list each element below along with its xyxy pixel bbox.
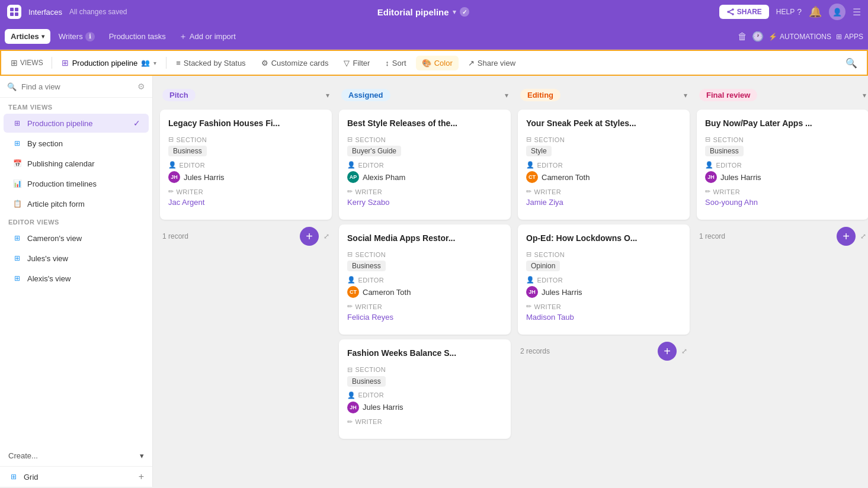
editor-avatar: JH	[705, 171, 717, 183]
view-users-icon: 👥	[141, 59, 150, 67]
automations-label[interactable]: ⚡AUTOMATIONS	[768, 33, 831, 41]
assigned-column-chevron[interactable]: ▾	[505, 91, 508, 99]
title-chevron[interactable]: ▾	[453, 8, 456, 16]
tab-articles[interactable]: Articles ▾	[5, 29, 50, 44]
editing-column-chevron[interactable]: ▾	[684, 91, 687, 99]
editor-avatar: CT	[526, 171, 538, 183]
history-icon[interactable]: 🕐	[752, 31, 764, 42]
final-review-badge[interactable]: Final review	[699, 89, 757, 101]
final-review-column-chevron[interactable]: ▾	[863, 91, 866, 99]
svg-rect-0	[10, 8, 14, 11]
card-buy-now[interactable]: Buy Now/Pay Later Apps ... ⊟ SECTION Bus…	[697, 110, 868, 220]
writer-name: Jamie Ziya	[526, 198, 563, 207]
user-avatar[interactable]: 👤	[829, 4, 845, 20]
create-section[interactable]: Create... ▾	[0, 445, 152, 466]
card-fashion-weeks[interactable]: Fashion Weeks Balance S... ⊟ SECTION Bus…	[339, 339, 511, 438]
toolbar-sep-1	[52, 57, 52, 69]
sidebar-item-article-pitch-form[interactable]: 📋 Article pitch form	[4, 194, 149, 213]
view-name-button[interactable]: ⊞ Production pipeline 👥 ▾	[56, 55, 163, 70]
final-review-expand-icon[interactable]: ⤢	[860, 232, 866, 240]
writer-name: Soo-young Ahn	[705, 198, 758, 207]
top-right-actions: SHARE HELP ? 🔔 👤 ☰	[719, 4, 861, 20]
pitch-add-button[interactable]: +	[300, 227, 319, 246]
writer-name: Madison Taub	[526, 313, 574, 322]
menu-icon[interactable]: ☰	[853, 7, 861, 18]
pitch-badge[interactable]: Pitch	[162, 89, 196, 101]
customize-icon: ⚙	[261, 59, 268, 68]
card-editor-field: 👤 EDITOR CT Cameron Toth	[526, 161, 681, 183]
writer-field-label: ✏ WRITER	[705, 188, 860, 195]
card-best-style[interactable]: Best Style Releases of the... ⊟ SECTION …	[339, 110, 511, 220]
card-editor-field: 👤 EDITOR JH Jules Harris	[526, 276, 681, 298]
trash-icon[interactable]: 🗑	[738, 31, 747, 42]
grid-icon: ⊞	[8, 471, 19, 482]
editing-expand-icon[interactable]: ⤢	[681, 347, 687, 355]
card-title: Fashion Weeks Balance S...	[347, 348, 502, 358]
help-label[interactable]: HELP ?	[776, 7, 802, 17]
card-section-field: ⊟ SECTION Business	[347, 251, 502, 271]
stacked-by-status-button[interactable]: ≡ Stacked by Status	[170, 56, 251, 70]
editor-avatar: JH	[526, 286, 538, 298]
card-title: Your Sneak Peek at Styles...	[526, 118, 681, 129]
apps-label[interactable]: ⊞APPS	[836, 33, 863, 41]
editor-field-label: 👤 EDITOR	[526, 276, 681, 284]
card-section-field: ⊟ SECTION Business	[168, 136, 324, 156]
share-button[interactable]: SHARE	[719, 5, 769, 19]
grid-label: Grid	[24, 473, 39, 481]
filter-button[interactable]: ▽ Filter	[338, 56, 376, 70]
column-editing: Editing ▾ Your Sneak Peek at Styles... ⊟…	[518, 85, 690, 477]
section-value: Business	[347, 376, 386, 387]
editor-field-label: 👤 EDITOR	[347, 276, 502, 284]
card-writer-field: ✏ WRITER Jac Argent	[168, 188, 324, 207]
card-title: Legacy Fashion Houses Fi...	[168, 118, 324, 129]
assigned-badge[interactable]: Assigned	[341, 89, 390, 101]
editor-field-label: 👤 EDITOR	[526, 161, 681, 169]
sidebar-item-grid[interactable]: ⊞ Grid +	[0, 466, 152, 487]
sort-button[interactable]: ↕ Sort	[379, 56, 412, 70]
tab-writers[interactable]: Writers ℹ	[53, 29, 101, 44]
editing-badge[interactable]: Editing	[520, 89, 560, 101]
card-social-media[interactable]: Social Media Apps Restor... ⊟ SECTION Bu…	[339, 224, 511, 335]
sidebar-search-area: 🔍 ⚙	[0, 76, 152, 98]
filter-label: Filter	[353, 59, 370, 68]
alexis-view-icon: ⊞	[12, 273, 23, 284]
settings-icon[interactable]: ⚙	[137, 82, 145, 91]
add-import-button[interactable]: ＋ Add or import	[174, 28, 241, 45]
sidebar-item-by-section[interactable]: ⊞ By section	[4, 134, 149, 153]
interface-label: Interfaces	[28, 8, 62, 17]
sidebar-item-camerons-view[interactable]: ⊞ Cameron's view	[4, 229, 149, 248]
final-review-add-button[interactable]: +	[837, 227, 856, 246]
customize-cards-button[interactable]: ⚙ Customize cards	[255, 56, 335, 70]
column-pitch: Pitch ▾ Legacy Fashion Houses Fi... ⊟ SE…	[160, 85, 332, 477]
color-button[interactable]: 🎨 Color	[416, 56, 459, 70]
sidebar-item-production-pipeline[interactable]: ⊞ Production pipeline ✓	[4, 114, 149, 133]
card-sneak-peek[interactable]: Your Sneak Peek at Styles... ⊟ SECTION S…	[518, 110, 690, 220]
writer-field-label: ✏ WRITER	[347, 418, 502, 426]
card-section-field: ⊟ SECTION Buyer's Guide	[347, 136, 502, 156]
share-view-button[interactable]: ↗ Share view	[462, 56, 521, 70]
sidebar-item-alexis-view[interactable]: ⊞ Alexis's view	[4, 269, 149, 288]
svg-rect-1	[15, 8, 18, 11]
writer-field-label: ✏ WRITER	[168, 188, 324, 195]
sidebar-item-production-timelines[interactable]: 📊 Production timelines	[4, 174, 149, 193]
sidebar-item-jules-view[interactable]: ⊞ Jules's view	[4, 249, 149, 268]
editing-add-button[interactable]: +	[658, 342, 677, 361]
card-legacy-fashion[interactable]: Legacy Fashion Houses Fi... ⊟ SECTION Bu…	[160, 110, 332, 220]
tab-production-tasks[interactable]: Production tasks	[103, 29, 172, 44]
search-input[interactable]	[21, 82, 133, 91]
pitch-column-footer: 1 record + ⤢	[160, 224, 332, 248]
production-tab-label: Production tasks	[109, 32, 166, 41]
card-op-ed[interactable]: Op-Ed: How Lockdowns O... ⊟ SECTION Opin…	[518, 224, 690, 335]
search-button[interactable]: 🔍	[841, 55, 862, 71]
pitch-column-chevron[interactable]: ▾	[326, 91, 329, 99]
card-title: Social Media Apps Restor...	[347, 233, 502, 243]
section-field-label: ⊟ SECTION	[168, 136, 324, 143]
grid-add-icon[interactable]: +	[139, 471, 144, 482]
pitch-expand-icon[interactable]: ⤢	[324, 232, 329, 240]
section-field-label: ⊟ SECTION	[526, 251, 681, 258]
saved-status: All changes saved	[69, 8, 127, 16]
writer-name: Jac Argent	[168, 198, 204, 207]
sidebar-item-publishing-calendar[interactable]: 📅 Publishing calendar	[4, 154, 149, 173]
notification-icon[interactable]: 🔔	[809, 5, 822, 18]
section-icon: ⊟	[705, 136, 710, 143]
